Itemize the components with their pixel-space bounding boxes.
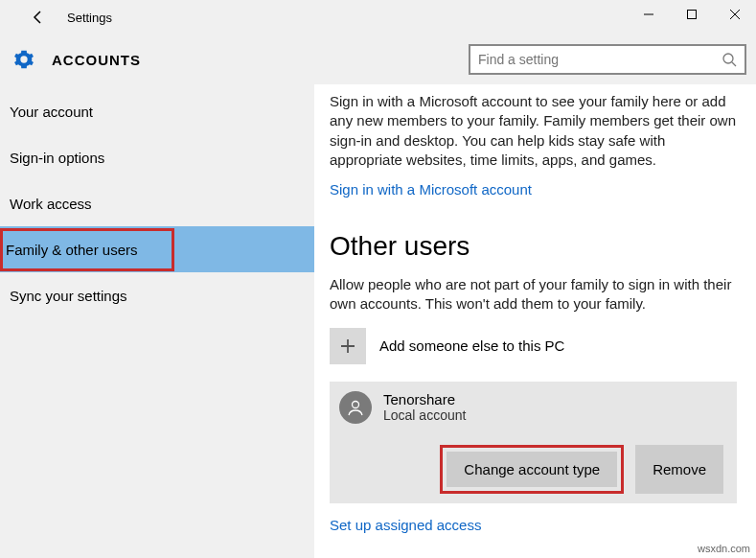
gear-icon xyxy=(13,49,34,70)
titlebar: Settings xyxy=(0,0,756,35)
search-box[interactable] xyxy=(469,44,746,75)
search-icon xyxy=(722,52,737,67)
change-account-type-button[interactable]: Change account type xyxy=(447,452,617,487)
svg-rect-1 xyxy=(687,11,696,19)
sidebar-item-signin-options[interactable]: Sign-in options xyxy=(0,134,314,180)
sidebar-item-sync-settings[interactable]: Sync your settings xyxy=(0,272,314,318)
user-type: Local account xyxy=(383,407,466,423)
section-title: ACCOUNTS xyxy=(52,52,141,68)
svg-point-2 xyxy=(723,54,733,63)
back-button[interactable] xyxy=(27,6,50,29)
sidebar-item-label: Sync your settings xyxy=(10,288,127,304)
sidebar-item-label: Sign-in options xyxy=(10,150,104,166)
user-actions: Change account type Remove xyxy=(339,445,727,494)
avatar-icon xyxy=(339,391,372,424)
highlight-annotation: Family & other users xyxy=(0,228,174,271)
sidebar: Your account Sign-in options Work access… xyxy=(0,84,314,558)
user-entry[interactable]: Tenorshare Local account Change account … xyxy=(330,382,737,503)
sidebar-item-your-account[interactable]: Your account xyxy=(0,88,314,134)
header: ACCOUNTS xyxy=(0,35,756,84)
window-title: Settings xyxy=(67,11,112,25)
add-label: Add someone else to this PC xyxy=(379,337,564,354)
plus-icon xyxy=(330,328,366,364)
user-name: Tenorshare xyxy=(383,391,466,407)
signin-link[interactable]: Sign in with a Microsoft account xyxy=(330,181,532,198)
other-users-heading: Other users xyxy=(330,231,737,262)
content-pane: Sign in with a Microsoft account to see … xyxy=(314,84,756,558)
assigned-access-link[interactable]: Set up assigned access xyxy=(330,517,481,533)
sidebar-item-label: Family & other users xyxy=(6,242,138,258)
highlight-annotation: Change account type xyxy=(440,445,624,494)
sidebar-item-label: Work access xyxy=(10,196,92,212)
intro-text: Sign in with a Microsoft account to see … xyxy=(330,92,737,170)
search-input[interactable] xyxy=(478,52,722,67)
remove-button[interactable]: Remove xyxy=(635,445,723,494)
svg-line-3 xyxy=(732,62,736,66)
window-controls xyxy=(627,0,756,29)
watermark: wsxdn.com xyxy=(698,543,750,554)
maximize-button[interactable] xyxy=(670,0,713,29)
sidebar-item-family-other-users[interactable]: Family & other users xyxy=(0,226,314,272)
other-users-text: Allow people who are not part of your fa… xyxy=(330,275,737,314)
svg-point-4 xyxy=(353,401,359,407)
add-someone-button[interactable]: Add someone else to this PC xyxy=(330,328,737,364)
minimize-button[interactable] xyxy=(627,0,670,29)
sidebar-item-work-access[interactable]: Work access xyxy=(0,180,314,226)
close-button[interactable] xyxy=(713,0,756,29)
sidebar-item-label: Your account xyxy=(10,104,93,120)
